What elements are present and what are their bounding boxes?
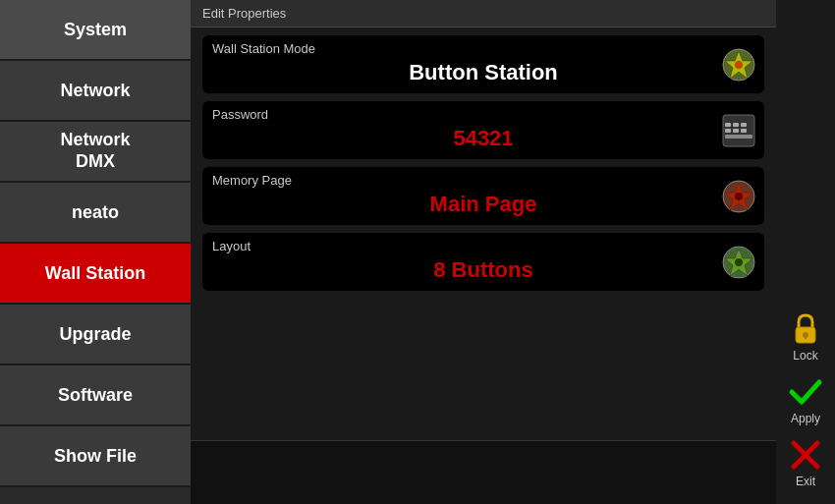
memory-page-value: Main Page — [212, 192, 754, 217]
layout-icon[interactable] — [721, 245, 756, 280]
exit-label: Exit — [796, 475, 815, 488]
sidebar: System Network Network DMX neato Wall St… — [0, 0, 191, 504]
property-password: Password 54321 — [202, 101, 764, 159]
layout-label: Layout — [212, 239, 754, 253]
wall-station-mode-label: Wall Station Mode — [212, 41, 754, 56]
sidebar-item-neato[interactable]: neato — [0, 183, 191, 244]
exit-button[interactable]: Exit — [788, 437, 823, 488]
svg-point-1 — [735, 61, 743, 69]
property-memory-page: Memory Page Main Page — [202, 167, 764, 225]
lock-label: Lock — [793, 349, 817, 363]
password-value: 54321 — [212, 126, 754, 151]
apply-button[interactable]: Apply — [788, 374, 823, 425]
svg-rect-7 — [733, 129, 739, 133]
password-label: Password — [212, 107, 754, 122]
memory-page-icon[interactable] — [721, 179, 756, 214]
sidebar-item-show-file[interactable]: Show File — [0, 426, 191, 487]
svg-rect-4 — [733, 123, 739, 127]
svg-rect-8 — [741, 129, 747, 133]
password-icon[interactable] — [721, 113, 756, 148]
wall-station-mode-icon[interactable] — [721, 47, 756, 83]
svg-rect-9 — [725, 135, 752, 139]
bottom-area — [191, 440, 776, 504]
sidebar-item-network[interactable]: Network — [0, 61, 191, 122]
svg-rect-6 — [725, 129, 731, 133]
sidebar-item-software[interactable]: Software — [0, 365, 191, 426]
sidebar-item-network-dmx[interactable]: Network DMX — [0, 122, 191, 183]
svg-point-11 — [735, 193, 743, 200]
main-header: Edit Properties — [191, 0, 776, 28]
svg-point-13 — [735, 258, 743, 266]
svg-rect-16 — [805, 335, 807, 339]
property-wall-station-mode: Wall Station Mode Button Station — [202, 35, 764, 93]
svg-rect-3 — [725, 123, 731, 127]
property-layout: Layout 8 Buttons — [202, 233, 764, 291]
apply-label: Apply — [791, 412, 820, 425]
memory-page-label: Memory Page — [212, 173, 754, 188]
lock-button[interactable]: Lock — [788, 311, 823, 363]
right-panel: Lock Apply Exit — [776, 0, 835, 504]
layout-value: 8 Buttons — [212, 257, 754, 283]
main-content-area: Edit Properties Wall Station Mode Button… — [191, 0, 776, 504]
properties-list: Wall Station Mode Button Station Passwor… — [191, 28, 776, 440]
svg-rect-5 — [741, 123, 747, 127]
sidebar-item-upgrade[interactable]: Upgrade — [0, 305, 191, 365]
sidebar-item-wall-station[interactable]: Wall Station — [0, 244, 191, 305]
wall-station-mode-value: Button Station — [212, 60, 754, 85]
sidebar-item-system[interactable]: System — [0, 0, 191, 61]
